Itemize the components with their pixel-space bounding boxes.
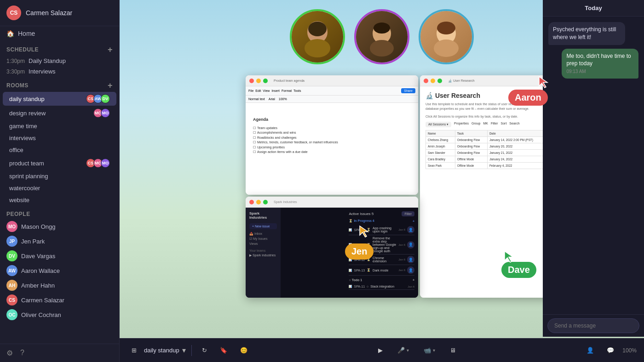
maximize-btn[interactable] bbox=[263, 79, 268, 83]
help-icon[interactable]: ? bbox=[20, 349, 24, 357]
room-item-game-time[interactable]: game time bbox=[3, 120, 116, 132]
gdoc-content: FileEditView InsertFormatTools Share Nor… bbox=[246, 86, 418, 195]
toolbar-divider-1 bbox=[191, 345, 192, 356]
screen-share-button[interactable]: 🖥 bbox=[445, 344, 460, 356]
main-area: Product team agenda FileEditView InsertF… bbox=[120, 0, 644, 362]
gdoc-item-4: ☐Metrics, trends, customer feedback, or … bbox=[253, 140, 411, 145]
grid-icon: ⊞ bbox=[132, 347, 137, 354]
room-item-watercooler[interactable]: watercooler bbox=[3, 182, 116, 194]
people-item-jen-park[interactable]: JPJen Park bbox=[0, 234, 119, 249]
linear-views[interactable]: Views bbox=[249, 242, 277, 245]
rooms-list: daily standupCSAWDVdesign reviewMOMOgame… bbox=[0, 91, 119, 206]
room-item-interviews[interactable]: interviews bbox=[3, 132, 116, 144]
notion-minimize[interactable] bbox=[431, 79, 435, 83]
people-item-amber-hahn[interactable]: AHAmber Hahn bbox=[0, 278, 119, 293]
cell-task: Onboarding Flow bbox=[455, 143, 487, 149]
room-label: website bbox=[9, 197, 29, 204]
sidebar-item-home[interactable]: 🏠 Home bbox=[0, 26, 119, 41]
person-avatar: AH bbox=[6, 280, 17, 291]
chat-input[interactable] bbox=[547, 318, 639, 333]
people-item-aaron-wallace[interactable]: AWAaron Wallace bbox=[0, 263, 119, 278]
emoji-button[interactable]: 😊 bbox=[236, 344, 252, 356]
person-avatar: AW bbox=[6, 265, 17, 276]
camera-icon: 📹 bbox=[424, 347, 431, 354]
notion-maximize[interactable] bbox=[437, 79, 442, 83]
linear-my-issues[interactable]: ☑ My Issues bbox=[249, 237, 277, 241]
svg-point-8 bbox=[434, 40, 459, 57]
people-button[interactable]: 👤 bbox=[582, 344, 598, 356]
room-item-sprint-planning[interactable]: sprint planning bbox=[3, 170, 116, 182]
linear-minimize[interactable] bbox=[256, 200, 261, 204]
linear-inbox[interactable]: 📥 Inbox bbox=[249, 232, 277, 236]
person-avatar: OC bbox=[6, 309, 17, 320]
emoji-icon: 😊 bbox=[240, 347, 247, 354]
chat-header: Today bbox=[543, 0, 644, 17]
linear-maximize[interactable] bbox=[263, 200, 268, 204]
play-icon: ▶ bbox=[378, 347, 383, 354]
grid-view-button[interactable]: ⊞ bbox=[127, 344, 141, 356]
room-chevron[interactable]: ▾ bbox=[182, 346, 186, 355]
minimize-btn[interactable] bbox=[256, 79, 261, 83]
room-item-product-team[interactable]: product teamCSMOMO bbox=[3, 156, 116, 170]
camera-button[interactable]: 📹 ▾ bbox=[419, 344, 440, 356]
linear-new-issue[interactable]: + New issue bbox=[249, 223, 277, 229]
gdoc-item-6: ☐Assign action items with a due date bbox=[253, 150, 411, 155]
gdoc-format-toolbar: Normal textArial100% bbox=[246, 96, 418, 103]
linear-app-name: Spark Industries bbox=[274, 200, 297, 204]
notion-close[interactable] bbox=[424, 79, 428, 83]
refresh-button[interactable]: ↻ bbox=[197, 344, 212, 356]
person-avatar: JP bbox=[6, 236, 17, 247]
share-btn[interactable]: Share bbox=[401, 88, 415, 93]
people-label: People bbox=[6, 211, 30, 217]
people-item-dave-vargas[interactable]: DVDave Vargas bbox=[0, 249, 119, 263]
room-item-design-review[interactable]: design reviewMOMO bbox=[3, 106, 116, 120]
people-item-oliver-cochran[interactable]: OCOliver Cochran bbox=[0, 307, 119, 322]
room-item-office[interactable]: office bbox=[3, 144, 116, 156]
room-item-daily-standup[interactable]: daily standupCSAWDV bbox=[3, 92, 116, 106]
cell-task: Offline Mode bbox=[455, 162, 487, 169]
bookmark-button[interactable]: 🔖 bbox=[215, 344, 232, 356]
person-name: Carmen Salazar bbox=[21, 297, 64, 304]
svg-marker-10 bbox=[505, 251, 513, 262]
svg-point-4 bbox=[374, 23, 390, 34]
cell-date: January 24, 2022 bbox=[487, 156, 545, 162]
aaron-bubble: Aaron bbox=[508, 90, 548, 106]
jen-bubble: Jen bbox=[345, 243, 374, 260]
people-item-carmen-salazar[interactable]: CSCarmen Salazar bbox=[0, 293, 119, 307]
mini-avatar: MO bbox=[101, 108, 110, 118]
linear-issue-spa11: 📊 SPA-11 ○ Slack integration Jan 6 bbox=[349, 283, 414, 290]
schedule-item-interviews[interactable]: 3:30pm Interviews bbox=[0, 66, 119, 77]
user-name: Carmen Salazar bbox=[26, 9, 72, 17]
cell-name: Sean Park bbox=[426, 162, 455, 169]
svg-point-7 bbox=[437, 22, 455, 34]
room-label: sprint planning bbox=[9, 173, 48, 180]
gdoc-toolbar: FileEditView InsertFormatTools Share bbox=[246, 86, 418, 96]
schedule-add-button[interactable]: + bbox=[108, 45, 113, 54]
play-button[interactable]: ▶ bbox=[374, 344, 387, 356]
home-icon: 🏠 bbox=[6, 30, 14, 37]
people-item-mason-ongg[interactable]: MOMason Ongg bbox=[0, 219, 119, 234]
mic-button[interactable]: 🎤 ▾ bbox=[393, 344, 414, 356]
schedule-item-standup[interactable]: 1:30pm Daily Standup bbox=[0, 56, 119, 66]
cell-name: Cara Bradley bbox=[426, 156, 455, 162]
people-icon: 👤 bbox=[586, 347, 594, 354]
person-name: Oliver Cochran bbox=[21, 311, 61, 318]
person-avatar: MO bbox=[6, 221, 17, 232]
settings-icon[interactable]: ⚙ bbox=[6, 349, 13, 357]
linear-filter-btn[interactable]: Filter bbox=[402, 211, 414, 216]
room-avatars: CSMOMO bbox=[88, 158, 110, 168]
screen-linear: Spark Industries Spark Industries + New … bbox=[246, 197, 418, 298]
person-name: Amber Hahn bbox=[21, 282, 55, 289]
chat-button[interactable]: 💬 bbox=[602, 344, 619, 356]
chat-messages: Psyched everything is still where we lef… bbox=[543, 17, 644, 314]
room-label: watercooler bbox=[9, 185, 40, 192]
linear-close[interactable] bbox=[249, 200, 254, 204]
rooms-add-button[interactable]: + bbox=[108, 81, 113, 90]
linear-spark[interactable]: ▶ Spark industries bbox=[249, 254, 277, 257]
room-item-website[interactable]: website bbox=[3, 194, 116, 206]
user-avatar: CS bbox=[6, 6, 21, 20]
toolbar-room-name: daily standup bbox=[144, 347, 179, 354]
standup-time: 1:30pm bbox=[6, 58, 25, 64]
schedule-label: Schedule bbox=[6, 46, 39, 53]
close-btn[interactable] bbox=[249, 79, 254, 83]
